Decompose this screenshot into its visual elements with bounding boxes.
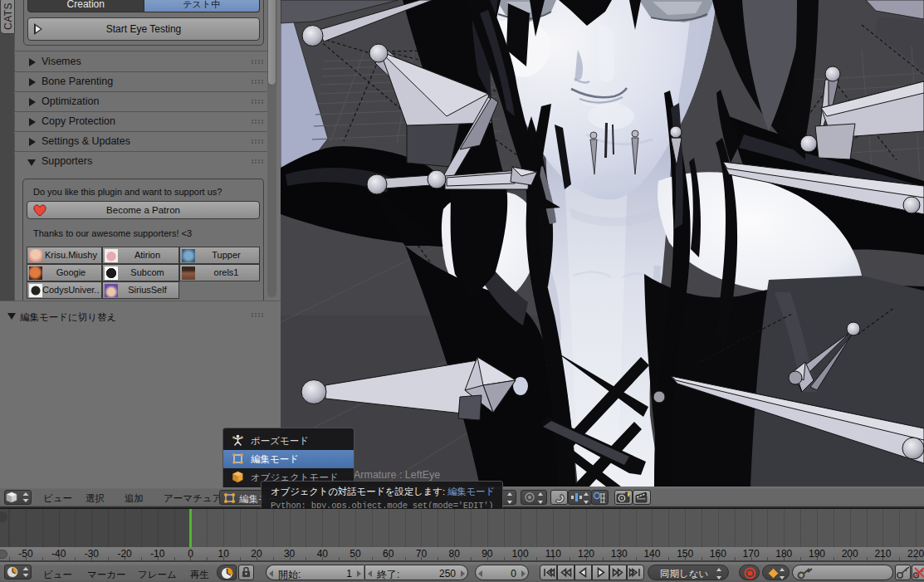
- svg-text:Armature : LeftEye: Armature : LeftEye: [354, 469, 440, 481]
